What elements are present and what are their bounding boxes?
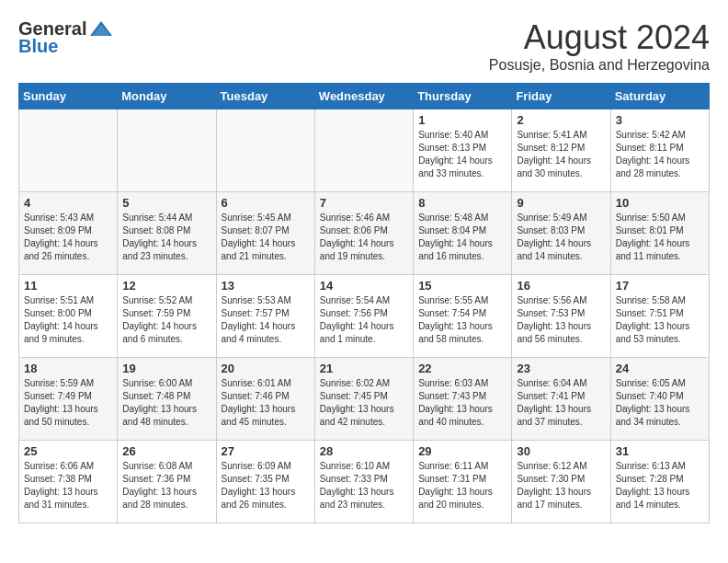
calendar-cell: 7Sunrise: 5:46 AM Sunset: 8:06 PM Daylig… <box>314 192 413 275</box>
title-area: August 2024 Posusje, Bosnia and Herzegov… <box>489 18 710 74</box>
day-info: Sunrise: 5:50 AM Sunset: 8:01 PM Dayligh… <box>616 212 704 263</box>
calendar-cell: 30Sunrise: 6:12 AM Sunset: 7:30 PM Dayli… <box>512 441 610 523</box>
day-number: 7 <box>320 196 408 210</box>
calendar-cell: 29Sunrise: 6:11 AM Sunset: 7:31 PM Dayli… <box>414 441 512 523</box>
calendar-cell: 14Sunrise: 5:54 AM Sunset: 7:56 PM Dayli… <box>314 275 413 358</box>
calendar-cell: 21Sunrise: 6:02 AM Sunset: 7:45 PM Dayli… <box>314 358 413 441</box>
month-title: August 2024 <box>489 18 710 57</box>
calendar-cell: 18Sunrise: 5:59 AM Sunset: 7:49 PM Dayli… <box>19 358 118 441</box>
day-info: Sunrise: 6:00 AM Sunset: 7:48 PM Dayligh… <box>122 377 210 429</box>
day-info: Sunrise: 5:52 AM Sunset: 7:59 PM Dayligh… <box>122 294 210 346</box>
day-number: 2 <box>517 113 605 127</box>
day-info: Sunrise: 5:55 AM Sunset: 7:54 PM Dayligh… <box>418 294 506 346</box>
calendar-cell: 27Sunrise: 6:09 AM Sunset: 7:35 PM Dayli… <box>216 441 314 523</box>
calendar-cell: 6Sunrise: 5:45 AM Sunset: 8:07 PM Daylig… <box>216 192 314 275</box>
calendar-cell <box>314 109 413 192</box>
day-number: 17 <box>616 279 704 293</box>
day-number: 22 <box>418 362 506 375</box>
calendar-cell: 17Sunrise: 5:58 AM Sunset: 7:51 PM Dayli… <box>610 275 709 358</box>
calendar-cell: 5Sunrise: 5:44 AM Sunset: 8:08 PM Daylig… <box>118 192 216 275</box>
calendar-cell: 31Sunrise: 6:13 AM Sunset: 7:28 PM Dayli… <box>610 441 709 523</box>
calendar-table: SundayMondayTuesdayWednesdayThursdayFrid… <box>18 83 710 523</box>
day-number: 6 <box>222 196 310 210</box>
day-info: Sunrise: 5:51 AM Sunset: 8:00 PM Dayligh… <box>24 294 112 346</box>
day-number: 16 <box>517 279 605 293</box>
day-info: Sunrise: 6:08 AM Sunset: 7:36 PM Dayligh… <box>122 460 210 511</box>
day-number: 10 <box>616 196 704 210</box>
day-number: 27 <box>222 444 310 458</box>
day-header-sunday: Sunday <box>19 84 118 109</box>
day-number: 31 <box>616 444 704 458</box>
day-info: Sunrise: 6:02 AM Sunset: 7:45 PM Dayligh… <box>320 377 408 429</box>
day-info: Sunrise: 5:48 AM Sunset: 8:04 PM Dayligh… <box>418 212 506 263</box>
day-info: Sunrise: 6:10 AM Sunset: 7:33 PM Dayligh… <box>320 460 408 511</box>
day-number: 15 <box>418 279 506 293</box>
day-number: 28 <box>320 444 408 458</box>
day-number: 5 <box>122 196 210 210</box>
day-number: 21 <box>320 362 408 375</box>
day-number: 19 <box>122 362 210 375</box>
calendar-cell: 19Sunrise: 6:00 AM Sunset: 7:48 PM Dayli… <box>118 358 216 441</box>
day-info: Sunrise: 5:42 AM Sunset: 8:11 PM Dayligh… <box>616 129 704 180</box>
day-info: Sunrise: 5:44 AM Sunset: 8:08 PM Dayligh… <box>122 212 210 263</box>
day-info: Sunrise: 6:11 AM Sunset: 7:31 PM Dayligh… <box>418 460 506 511</box>
calendar-cell: 26Sunrise: 6:08 AM Sunset: 7:36 PM Dayli… <box>118 441 216 523</box>
day-info: Sunrise: 6:03 AM Sunset: 7:43 PM Dayligh… <box>418 377 506 429</box>
logo: General Blue <box>18 18 114 57</box>
day-number: 11 <box>24 279 112 293</box>
day-number: 12 <box>122 279 210 293</box>
calendar-week-row: 11Sunrise: 5:51 AM Sunset: 8:00 PM Dayli… <box>19 275 710 358</box>
calendar-cell: 16Sunrise: 5:56 AM Sunset: 7:53 PM Dayli… <box>512 275 610 358</box>
calendar-cell: 8Sunrise: 5:48 AM Sunset: 8:04 PM Daylig… <box>414 192 512 275</box>
day-header-friday: Friday <box>512 84 610 109</box>
calendar-cell: 9Sunrise: 5:49 AM Sunset: 8:03 PM Daylig… <box>512 192 610 275</box>
day-header-monday: Monday <box>118 84 216 109</box>
day-info: Sunrise: 6:09 AM Sunset: 7:35 PM Dayligh… <box>222 460 310 511</box>
day-info: Sunrise: 5:54 AM Sunset: 7:56 PM Dayligh… <box>320 294 408 346</box>
calendar-cell: 2Sunrise: 5:41 AM Sunset: 8:12 PM Daylig… <box>512 109 610 192</box>
day-info: Sunrise: 5:41 AM Sunset: 8:12 PM Dayligh… <box>517 129 605 180</box>
calendar-cell: 15Sunrise: 5:55 AM Sunset: 7:54 PM Dayli… <box>414 275 512 358</box>
logo-icon <box>88 19 114 40</box>
day-info: Sunrise: 5:53 AM Sunset: 7:57 PM Dayligh… <box>222 294 310 346</box>
calendar-cell: 4Sunrise: 5:43 AM Sunset: 8:09 PM Daylig… <box>19 192 118 275</box>
day-info: Sunrise: 5:58 AM Sunset: 7:51 PM Dayligh… <box>616 294 704 346</box>
calendar-week-row: 1Sunrise: 5:40 AM Sunset: 8:13 PM Daylig… <box>19 109 710 192</box>
day-info: Sunrise: 5:45 AM Sunset: 8:07 PM Dayligh… <box>222 212 310 263</box>
calendar-cell: 3Sunrise: 5:42 AM Sunset: 8:11 PM Daylig… <box>610 109 709 192</box>
day-header-saturday: Saturday <box>610 84 709 109</box>
day-info: Sunrise: 6:04 AM Sunset: 7:41 PM Dayligh… <box>517 377 605 429</box>
day-number: 9 <box>517 196 605 210</box>
calendar-cell: 12Sunrise: 5:52 AM Sunset: 7:59 PM Dayli… <box>118 275 216 358</box>
day-number: 20 <box>222 362 310 375</box>
day-info: Sunrise: 5:43 AM Sunset: 8:09 PM Dayligh… <box>24 212 112 263</box>
calendar-cell <box>216 109 314 192</box>
calendar-cell: 10Sunrise: 5:50 AM Sunset: 8:01 PM Dayli… <box>610 192 709 275</box>
day-info: Sunrise: 6:01 AM Sunset: 7:46 PM Dayligh… <box>222 377 310 429</box>
day-number: 29 <box>418 444 506 458</box>
calendar-cell: 13Sunrise: 5:53 AM Sunset: 7:57 PM Dayli… <box>216 275 314 358</box>
calendar-cell: 22Sunrise: 6:03 AM Sunset: 7:43 PM Dayli… <box>414 358 512 441</box>
calendar-cell <box>118 109 216 192</box>
calendar-cell: 23Sunrise: 6:04 AM Sunset: 7:41 PM Dayli… <box>512 358 610 441</box>
day-info: Sunrise: 6:05 AM Sunset: 7:40 PM Dayligh… <box>616 377 704 429</box>
calendar-cell: 11Sunrise: 5:51 AM Sunset: 8:00 PM Dayli… <box>19 275 118 358</box>
day-info: Sunrise: 5:46 AM Sunset: 8:06 PM Dayligh… <box>320 212 408 263</box>
day-number: 13 <box>222 279 310 293</box>
day-number: 18 <box>24 362 112 375</box>
calendar-week-row: 25Sunrise: 6:06 AM Sunset: 7:38 PM Dayli… <box>19 441 710 523</box>
day-info: Sunrise: 5:40 AM Sunset: 8:13 PM Dayligh… <box>418 129 506 180</box>
day-number: 8 <box>418 196 506 210</box>
day-header-thursday: Thursday <box>414 84 512 109</box>
day-number: 23 <box>517 362 605 375</box>
day-number: 30 <box>517 444 605 458</box>
day-number: 1 <box>418 113 506 127</box>
calendar-cell: 25Sunrise: 6:06 AM Sunset: 7:38 PM Dayli… <box>19 441 118 523</box>
calendar-header-row: SundayMondayTuesdayWednesdayThursdayFrid… <box>19 84 710 109</box>
day-info: Sunrise: 6:13 AM Sunset: 7:28 PM Dayligh… <box>616 460 704 511</box>
calendar-cell: 28Sunrise: 6:10 AM Sunset: 7:33 PM Dayli… <box>314 441 413 523</box>
day-info: Sunrise: 6:12 AM Sunset: 7:30 PM Dayligh… <box>517 460 605 511</box>
page-header: General Blue August 2024 Posusje, Bosnia… <box>18 18 710 74</box>
day-info: Sunrise: 5:56 AM Sunset: 7:53 PM Dayligh… <box>517 294 605 346</box>
day-header-tuesday: Tuesday <box>216 84 314 109</box>
